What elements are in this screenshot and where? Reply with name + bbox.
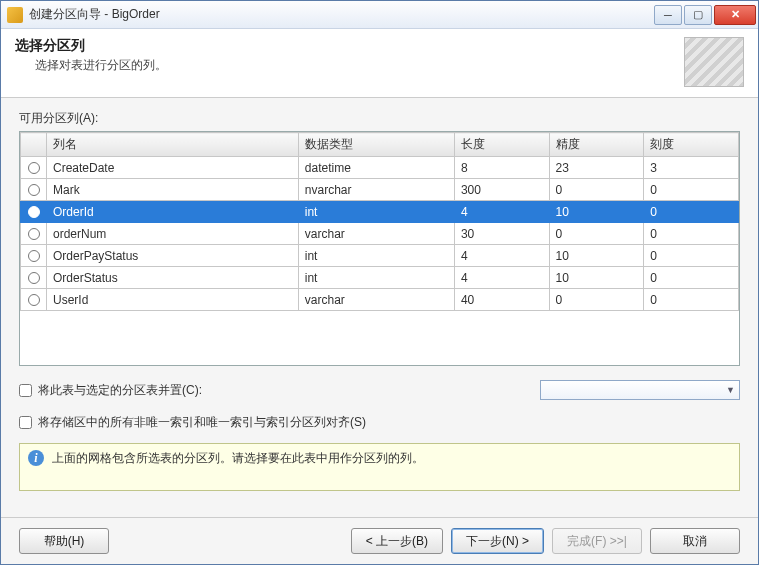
cell-type: int <box>298 201 454 223</box>
window-title: 创建分区向导 - BigOrder <box>29 6 652 23</box>
cell-length: 8 <box>454 157 549 179</box>
cell-type: datetime <box>298 157 454 179</box>
align-indexes-label: 将存储区中的所有非唯一索引和唯一索引与索引分区列对齐(S) <box>38 414 366 431</box>
align-indexes-checkbox[interactable] <box>19 416 32 429</box>
info-box: i 上面的网格包含所选表的分区列。请选择要在此表中用作分区列的列。 <box>19 443 740 491</box>
grid-header-name[interactable]: 列名 <box>47 133 299 157</box>
page-title: 选择分区列 <box>15 37 684 55</box>
grid-header-radio <box>21 133 47 157</box>
collocate-row: 将此表与选定的分区表并置(C): ▼ <box>19 380 740 400</box>
radio-icon <box>28 184 40 196</box>
cell-type: varchar <box>298 289 454 311</box>
cell-precision: 0 <box>549 289 644 311</box>
footer: 帮助(H) < 上一步(B) 下一步(N) > 完成(F) >>| 取消 <box>1 517 758 564</box>
row-radio-cell[interactable] <box>21 179 47 201</box>
grid-header-scale[interactable]: 刻度 <box>644 133 739 157</box>
collocate-checkbox[interactable] <box>19 384 32 397</box>
info-message: 上面的网格包含所选表的分区列。请选择要在此表中用作分区列的列。 <box>52 450 424 467</box>
table-row[interactable]: CreateDatedatetime8233 <box>21 157 739 179</box>
cell-scale: 0 <box>644 289 739 311</box>
cell-name: OrderId <box>47 201 299 223</box>
cell-name: CreateDate <box>47 157 299 179</box>
radio-icon <box>28 206 40 218</box>
wizard-header: 选择分区列 选择对表进行分区的列。 <box>1 29 758 98</box>
titlebar[interactable]: 创建分区向导 - BigOrder ─ ▢ ✕ <box>1 1 758 29</box>
row-radio-cell[interactable] <box>21 267 47 289</box>
radio-icon <box>28 272 40 284</box>
row-radio-cell[interactable] <box>21 157 47 179</box>
radio-icon <box>28 250 40 262</box>
cell-precision: 0 <box>549 179 644 201</box>
collocate-label: 将此表与选定的分区表并置(C): <box>38 382 202 399</box>
back-button[interactable]: < 上一步(B) <box>351 528 443 554</box>
radio-icon <box>28 294 40 306</box>
grid-header-row: 列名 数据类型 长度 精度 刻度 <box>21 133 739 157</box>
grid-header-precision[interactable]: 精度 <box>549 133 644 157</box>
table-row[interactable]: OrderIdint4100 <box>21 201 739 223</box>
collocate-combo[interactable]: ▼ <box>540 380 740 400</box>
cell-scale: 0 <box>644 267 739 289</box>
cell-length: 4 <box>454 267 549 289</box>
wizard-window: 创建分区向导 - BigOrder ─ ▢ ✕ 选择分区列 选择对表进行分区的列… <box>0 0 759 565</box>
cell-precision: 10 <box>549 201 644 223</box>
cell-length: 4 <box>454 245 549 267</box>
cell-type: nvarchar <box>298 179 454 201</box>
cell-scale: 3 <box>644 157 739 179</box>
row-radio-cell[interactable] <box>21 223 47 245</box>
cell-precision: 10 <box>549 245 644 267</box>
cell-name: OrderStatus <box>47 267 299 289</box>
cell-name: Mark <box>47 179 299 201</box>
wizard-icon <box>684 37 744 87</box>
cell-length: 40 <box>454 289 549 311</box>
cell-type: varchar <box>298 223 454 245</box>
cell-type: int <box>298 245 454 267</box>
chevron-down-icon: ▼ <box>726 385 735 395</box>
info-icon: i <box>28 450 44 466</box>
cell-scale: 0 <box>644 179 739 201</box>
help-button[interactable]: 帮助(H) <box>19 528 109 554</box>
grid-header-length[interactable]: 长度 <box>454 133 549 157</box>
window-buttons: ─ ▢ ✕ <box>652 5 756 25</box>
content-area: 可用分区列(A): 列名 数据类型 长度 精度 刻度 CreateDatedat… <box>1 98 758 517</box>
cell-length: 30 <box>454 223 549 245</box>
radio-icon <box>28 228 40 240</box>
table-row[interactable]: Marknvarchar30000 <box>21 179 739 201</box>
row-radio-cell[interactable] <box>21 201 47 223</box>
cell-scale: 0 <box>644 201 739 223</box>
cell-name: orderNum <box>47 223 299 245</box>
table-row[interactable]: orderNumvarchar3000 <box>21 223 739 245</box>
app-icon <box>7 7 23 23</box>
table-row[interactable]: UserIdvarchar4000 <box>21 289 739 311</box>
row-radio-cell[interactable] <box>21 289 47 311</box>
grid-header-type[interactable]: 数据类型 <box>298 133 454 157</box>
cell-precision: 0 <box>549 223 644 245</box>
cell-length: 300 <box>454 179 549 201</box>
minimize-button[interactable]: ─ <box>654 5 682 25</box>
grid-label: 可用分区列(A): <box>19 110 740 127</box>
cell-precision: 23 <box>549 157 644 179</box>
next-button[interactable]: 下一步(N) > <box>451 528 544 554</box>
cell-type: int <box>298 267 454 289</box>
cell-name: UserId <box>47 289 299 311</box>
close-button[interactable]: ✕ <box>714 5 756 25</box>
finish-button: 完成(F) >>| <box>552 528 642 554</box>
cell-length: 4 <box>454 201 549 223</box>
maximize-button[interactable]: ▢ <box>684 5 712 25</box>
cancel-button[interactable]: 取消 <box>650 528 740 554</box>
columns-grid[interactable]: 列名 数据类型 长度 精度 刻度 CreateDatedatetime8233M… <box>19 131 740 366</box>
page-subtitle: 选择对表进行分区的列。 <box>35 57 684 74</box>
row-radio-cell[interactable] <box>21 245 47 267</box>
table-row[interactable]: OrderPayStatusint4100 <box>21 245 739 267</box>
align-indexes-row: 将存储区中的所有非唯一索引和唯一索引与索引分区列对齐(S) <box>19 414 740 431</box>
cell-name: OrderPayStatus <box>47 245 299 267</box>
table-row[interactable]: OrderStatusint4100 <box>21 267 739 289</box>
cell-scale: 0 <box>644 245 739 267</box>
radio-icon <box>28 162 40 174</box>
cell-precision: 10 <box>549 267 644 289</box>
cell-scale: 0 <box>644 223 739 245</box>
